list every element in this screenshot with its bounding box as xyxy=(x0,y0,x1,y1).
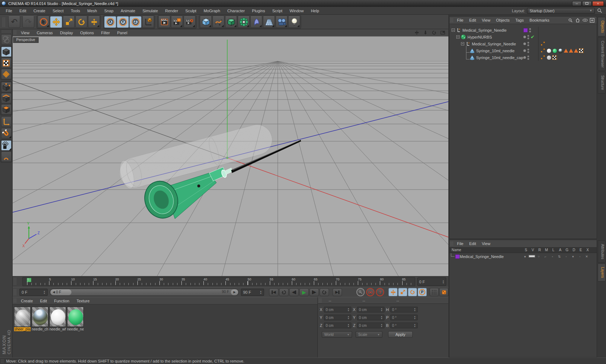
layer-toggle-icons[interactable]: ● ⁘ ⌐ ▫ ⇅ ◦ ▾ ◦ ✕ xyxy=(522,255,590,258)
play-cycle-button[interactable] xyxy=(320,288,329,296)
layer-dot[interactable] xyxy=(523,36,526,38)
move-tool-button[interactable] xyxy=(50,16,62,28)
add-camera-button[interactable] xyxy=(276,16,287,28)
layer-animation-icon[interactable]: ⇅ xyxy=(556,255,563,258)
axis-mode-button[interactable] xyxy=(1,116,12,127)
mat-menu-create[interactable]: Create xyxy=(17,298,36,304)
goto-end-button[interactable]: ▶ xyxy=(333,288,342,296)
render-view-button[interactable] xyxy=(158,16,170,28)
menu-plugins[interactable]: Plugins xyxy=(249,8,269,14)
material-thumbnail[interactable] xyxy=(49,307,66,327)
viewport-3d-canvas[interactable]: Y Z X Perspective xyxy=(13,36,448,276)
frame-field[interactable]: 0 F ▲▼ xyxy=(417,278,446,286)
coord-system-select[interactable]: World▼ xyxy=(322,331,352,338)
record-keyframe-button[interactable] xyxy=(356,288,365,296)
coordinates-drag-handle[interactable] xyxy=(319,298,322,303)
current-frame-field[interactable]: 0 F ▲▼ xyxy=(19,289,48,296)
viewport-zoom-icon[interactable] xyxy=(423,30,428,35)
lm-menu-edit[interactable]: Edit xyxy=(466,241,479,247)
tree-row-hypernurbs[interactable]: HyperNURBS ✔ xyxy=(449,34,597,40)
menu-sculpt[interactable]: Sculpt xyxy=(182,8,200,14)
material-tag-clear[interactable] xyxy=(546,55,552,60)
layer-render-icon[interactable]: ⁘ xyxy=(535,255,542,258)
toolbar-drag-handle[interactable] xyxy=(2,17,5,27)
uvw-tag[interactable] xyxy=(579,48,584,53)
visibility-dots[interactable] xyxy=(527,42,529,46)
vp-menu-filter[interactable]: Filter xyxy=(97,30,113,36)
vp-menu-display[interactable]: Display xyxy=(56,30,76,36)
key-rotation-toggle[interactable] xyxy=(408,288,417,296)
render-picture-viewer-button[interactable] xyxy=(171,16,183,28)
live-selection-button[interactable] xyxy=(38,16,49,28)
expand-toggle[interactable] xyxy=(452,28,455,32)
lm-menu-file[interactable]: File xyxy=(454,241,466,247)
enabled-check-icon[interactable]: ✔ xyxy=(531,34,535,40)
om-menu-view[interactable]: View xyxy=(479,17,493,23)
layer-dot[interactable] xyxy=(523,49,526,52)
om-eye-icon[interactable] xyxy=(582,18,588,23)
layer-expressions-icon[interactable]: ◦ xyxy=(576,255,583,258)
menu-character[interactable]: Character xyxy=(224,8,248,14)
phong-tag[interactable] xyxy=(569,49,573,53)
timeline-drag-handle[interactable] xyxy=(13,278,17,285)
visibility-dots[interactable] xyxy=(529,28,531,32)
om-menu-bookmarks[interactable]: Bookmarks xyxy=(527,17,552,23)
coord-field-scale-x[interactable]: 0 cm▲▼ xyxy=(357,307,385,312)
menu-edit[interactable]: Edit xyxy=(16,8,30,14)
layer-xref-icon[interactable]: ✕ xyxy=(583,255,590,258)
transport-drag-handle[interactable] xyxy=(13,289,17,296)
minimize-button[interactable]: ─ xyxy=(572,1,581,6)
tab-objects[interactable]: Objects xyxy=(598,17,606,36)
viewport-label[interactable]: Perspective xyxy=(13,37,39,43)
coord-field-rot-h[interactable]: 0 °▲▼ xyxy=(390,307,418,312)
previous-frame-button[interactable]: ◀ xyxy=(289,288,299,296)
material-item[interactable]: needle_wh xyxy=(49,307,67,331)
add-spline-button[interactable] xyxy=(212,16,224,28)
workplane-mode-button[interactable] xyxy=(1,69,12,79)
redo-button[interactable]: ↷ xyxy=(22,16,34,28)
viewport-toggle-icon[interactable] xyxy=(440,30,445,35)
rotate-tool-button[interactable] xyxy=(75,16,87,28)
menu-mesh[interactable]: Mesh xyxy=(84,8,101,14)
range-start-grabber[interactable]: ◀0 F xyxy=(50,289,71,295)
edges-mode-button[interactable] xyxy=(1,93,12,103)
tab-layers[interactable]: Layers xyxy=(598,263,606,281)
expand-toggle[interactable] xyxy=(461,42,464,45)
keyframe-selection-button[interactable] xyxy=(439,288,448,296)
add-hypernurbs-button[interactable] xyxy=(225,16,237,28)
menu-animate[interactable]: Animate xyxy=(117,8,139,14)
coord-field-rot-p[interactable]: 0 °▲▼ xyxy=(390,315,418,320)
coord-field-scale-z[interactable]: 0 cm▲▼ xyxy=(357,323,385,328)
menu-snap[interactable]: Snap xyxy=(101,8,117,14)
key-position-toggle[interactable] xyxy=(388,288,398,296)
menu-help[interactable]: Help xyxy=(307,8,323,14)
stepper-icon[interactable]: ▲▼ xyxy=(442,280,444,284)
stepper-icon[interactable]: ▲▼ xyxy=(381,315,383,320)
add-deformer-button[interactable] xyxy=(250,16,262,28)
keyframe-help-button[interactable]: ? xyxy=(376,288,384,296)
tree-row-group-null[interactable]: 0 Medical_Syringe_Needle xyxy=(449,40,597,47)
om-menu-file[interactable]: File xyxy=(454,17,466,23)
uvw-tag[interactable] xyxy=(552,55,557,60)
key-parameter-toggle[interactable]: P xyxy=(418,288,427,296)
visibility-dots[interactable] xyxy=(527,49,529,53)
om-menu-objects[interactable]: Objects xyxy=(493,17,512,23)
lock-x-axis-button[interactable]: X xyxy=(104,16,116,28)
mat-menu-edit[interactable]: Edit xyxy=(36,298,50,304)
menu-create[interactable]: Create xyxy=(30,8,49,14)
maximize-button[interactable] xyxy=(582,1,592,6)
stepper-icon[interactable]: ▲▼ xyxy=(381,323,383,328)
workplane-align-button[interactable] xyxy=(1,151,12,162)
menu-select[interactable]: Select xyxy=(49,8,67,14)
layer-dot[interactable] xyxy=(523,56,526,59)
lock-y-axis-button[interactable]: Y xyxy=(117,16,129,28)
vp-menu-panel[interactable]: Panel xyxy=(114,30,131,36)
coord-field-scale-y[interactable]: 0 cm▲▼ xyxy=(357,315,385,320)
material-thumbnail[interactable] xyxy=(67,307,84,327)
menu-render[interactable]: Render xyxy=(162,8,182,14)
palette-drag-handle[interactable] xyxy=(1,30,11,33)
stepper-icon[interactable]: ▲▼ xyxy=(414,307,416,312)
key-scale-toggle[interactable] xyxy=(398,288,407,296)
menu-window[interactable]: Window xyxy=(286,8,307,14)
selection-tag[interactable] xyxy=(540,41,546,46)
